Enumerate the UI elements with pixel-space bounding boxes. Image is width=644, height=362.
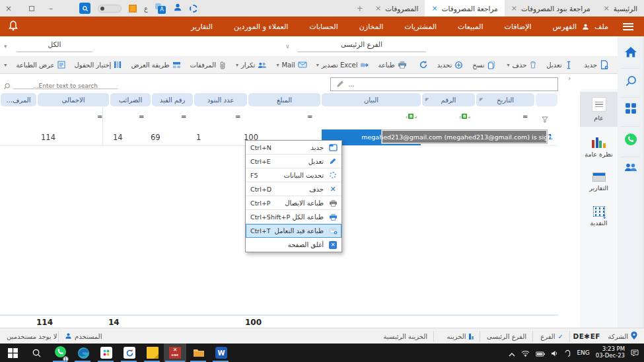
tab-expense-items-review[interactable]: مراجعة بنود المصروفات × bbox=[505, 0, 597, 17]
user-status[interactable]: المستخدم bbox=[65, 328, 102, 344]
color-swatch-icon[interactable] bbox=[129, 5, 137, 13]
sidebar-item-general[interactable]: عام bbox=[580, 92, 618, 127]
chevron-down-icon[interactable]: ∨ bbox=[285, 43, 290, 50]
column-header-indicator[interactable] bbox=[536, 93, 557, 106]
context-menu-item-edit[interactable]: تعديل Ctrl+E bbox=[246, 155, 341, 168]
collapse-panel-chevron[interactable]: › bbox=[568, 74, 571, 83]
new-button[interactable]: جديد bbox=[580, 60, 614, 69]
taskbar-search-icon[interactable] bbox=[29, 345, 44, 360]
context-menu-item-print-transaction-entry[interactable]: طباعة قيد التعامل Ctrl+T bbox=[246, 224, 341, 238]
attachments-button[interactable]: المرفقات bbox=[186, 61, 231, 69]
tab-expenses[interactable]: المصروفات × bbox=[369, 0, 425, 17]
menu-accounts[interactable]: الحسابات bbox=[299, 22, 348, 31]
headset-icon[interactable] bbox=[564, 347, 571, 359]
quick-edit-field[interactable]: ... bbox=[330, 77, 558, 91]
context-menu-item-print-receipt[interactable]: طباعة الايصال Ctrl+P bbox=[246, 196, 341, 210]
battery-icon[interactable] bbox=[536, 347, 545, 359]
tab-close-icon[interactable]: × bbox=[511, 4, 517, 13]
taskbar-slack-icon[interactable] bbox=[99, 345, 114, 360]
refresh-button[interactable] bbox=[414, 60, 433, 69]
cell-total[interactable]: 114 bbox=[41, 133, 55, 142]
context-menu-item-refresh-data[interactable]: تحديث البيانات F5 bbox=[246, 168, 341, 182]
hamburger-icon[interactable] bbox=[623, 23, 633, 30]
user-icon[interactable] bbox=[173, 2, 182, 15]
wifi-icon[interactable] bbox=[521, 347, 530, 359]
company-status[interactable]: الشركة bbox=[608, 328, 637, 344]
context-menu-item-print-all[interactable]: طباعة الكل Ctrl+Shift+P bbox=[246, 210, 341, 224]
export-excel-button[interactable]: تصدير Excel ▾ bbox=[312, 61, 374, 69]
search-input[interactable] bbox=[13, 81, 118, 91]
column-header-amount[interactable]: المبلغ bbox=[248, 93, 320, 106]
taskbar-whatsapp-icon[interactable]: 1 bbox=[53, 345, 67, 360]
hidden-icons-chevron[interactable] bbox=[509, 347, 515, 359]
filter-text-abc-icon[interactable]: aBc bbox=[406, 114, 417, 119]
treasury-status[interactable]: الخزينه bbox=[447, 328, 474, 344]
users-group-icon[interactable] bbox=[618, 162, 644, 172]
menu-sales[interactable]: المبيعات bbox=[447, 22, 493, 31]
print-preview-button[interactable]: عرض الطباعة bbox=[11, 61, 69, 69]
filter-equals-icon[interactable]: = bbox=[139, 113, 144, 120]
tab-close-icon[interactable]: × bbox=[604, 4, 610, 13]
branch-value-status[interactable]: الفرع الرئيسى bbox=[487, 328, 526, 344]
column-header-entry-number[interactable]: رقم القيد bbox=[152, 93, 193, 106]
edit-button[interactable]: تعديل bbox=[542, 61, 577, 69]
branch-status[interactable]: ✓ الفرع bbox=[540, 328, 563, 344]
column-header-taxes[interactable]: الضرائب bbox=[110, 93, 151, 106]
restore-window-button[interactable] bbox=[29, 0, 34, 17]
scope-combobox[interactable]: الكل bbox=[17, 40, 92, 52]
column-header-attachments[interactable]: المرف... bbox=[1, 93, 36, 106]
mail-button[interactable]: Mail ▾ bbox=[271, 61, 311, 69]
action-center-icon[interactable] bbox=[631, 347, 639, 359]
taskbar-one-app-icon[interactable]: ✕ONE bbox=[168, 345, 182, 360]
filter-text-abc-icon[interactable]: aBc bbox=[459, 114, 470, 119]
apps-grid-icon[interactable] bbox=[618, 102, 644, 114]
notifications-bell-icon[interactable] bbox=[8, 20, 18, 34]
search-icon[interactable] bbox=[618, 75, 644, 87]
settings-gear-icon[interactable] bbox=[190, 5, 197, 13]
taskbar-sync-app-icon[interactable] bbox=[122, 345, 137, 360]
grid-search-field[interactable] bbox=[13, 78, 118, 89]
repeat-button[interactable]: تكرار ▾ bbox=[231, 61, 271, 69]
whatsapp-icon[interactable] bbox=[618, 133, 644, 146]
context-menu-item-delete[interactable]: ✕ حذف Ctrl+D bbox=[246, 182, 341, 196]
chevron-down-icon[interactable]: ▾ bbox=[236, 62, 238, 68]
treasury-value-status[interactable]: الخزينة الرئيسية bbox=[383, 328, 427, 344]
clock[interactable]: 3:23 PM 03-Dec-23 bbox=[596, 346, 625, 359]
filter-equals-icon[interactable]: = bbox=[522, 113, 528, 120]
column-header-date[interactable]: ◤التاريخ bbox=[476, 93, 534, 106]
new-tab-button[interactable]: + bbox=[351, 0, 369, 17]
menu-clients-suppliers[interactable]: العملاء و الموردين bbox=[223, 22, 299, 31]
sidebar-item-cash[interactable]: النقدية bbox=[580, 201, 618, 232]
taskbar-sticky-notes-icon[interactable] bbox=[145, 345, 160, 360]
cell-taxes[interactable]: 14 bbox=[113, 133, 123, 142]
context-menu-item-close-page[interactable]: ✕ أغلق الصفحة bbox=[246, 238, 341, 252]
copy-button[interactable]: نسخ bbox=[468, 61, 499, 69]
cell-items-count[interactable]: 1 bbox=[196, 133, 201, 142]
taskbar-word-icon[interactable]: W bbox=[214, 345, 229, 360]
view-mode-button[interactable]: طريقة العرض bbox=[126, 61, 185, 69]
tab-close-icon[interactable]: × bbox=[375, 4, 381, 13]
taskbar-file-explorer-icon[interactable] bbox=[192, 345, 206, 360]
home-icon[interactable] bbox=[618, 46, 644, 59]
delete-button[interactable]: حذف ▾ bbox=[503, 61, 542, 69]
menu-purchases[interactable]: المشتريات bbox=[394, 22, 447, 31]
menu-warehouses[interactable]: المخازن bbox=[349, 22, 394, 31]
tab-close-icon[interactable]: × bbox=[431, 4, 437, 13]
filter-equals-icon[interactable]: = bbox=[181, 113, 186, 120]
filter-equals-icon[interactable]: = bbox=[235, 113, 240, 120]
cell-entry-number[interactable]: 69 bbox=[151, 133, 161, 142]
chevron-down-icon[interactable]: ▾ bbox=[507, 62, 510, 68]
context-menu-item-new[interactable]: جديد Ctrl+N bbox=[246, 141, 341, 155]
branch-combobox[interactable]: الفرع الرئيسى bbox=[297, 40, 426, 52]
menu-reports[interactable]: التقارير bbox=[180, 22, 223, 31]
sidebar-item-reports[interactable]: التقارير bbox=[580, 167, 618, 197]
menu-index[interactable]: الفهرس bbox=[542, 22, 588, 31]
tab-expenses-review-active[interactable]: مراجعة المصروفات × bbox=[425, 0, 504, 17]
filter-equals-icon[interactable]: = bbox=[307, 113, 312, 120]
search-icon[interactable] bbox=[79, 3, 90, 14]
taskbar-edge-icon[interactable] bbox=[76, 345, 90, 360]
filter-funnel-icon[interactable] bbox=[542, 113, 548, 126]
tab-home[interactable]: الرئيسية × bbox=[597, 0, 644, 17]
chevron-down-icon[interactable]: ▾ bbox=[276, 62, 279, 68]
select-button[interactable]: تحديد bbox=[433, 61, 468, 69]
